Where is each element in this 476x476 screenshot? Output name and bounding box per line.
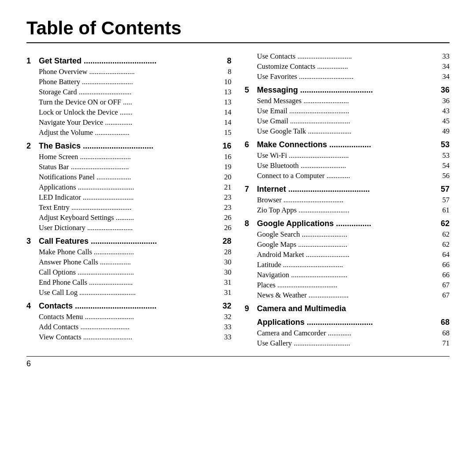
toc-columns: 1 Get Started ..........................… — [26, 52, 450, 349]
toc-item-page: 26 — [218, 223, 231, 232]
section-subtitle: Applications ...........................… — [245, 318, 450, 327]
toc-item-page: 30 — [218, 258, 231, 267]
toc-item: Latitude ...............................… — [245, 260, 450, 269]
toc-item-page: 66 — [436, 271, 450, 279]
section-page: 28 — [223, 237, 231, 246]
toc-item: Use Favorites ..........................… — [245, 72, 450, 81]
section-header: 2 The Basics ...........................… — [26, 141, 231, 151]
toc-item: Adjust Keyboard Settings .......... 26 — [26, 213, 231, 222]
toc-item-page: 68 — [436, 329, 450, 338]
toc-item: Use Gallery ............................… — [245, 339, 450, 348]
toc-item-title: Notifications Panel ................... — [39, 173, 218, 182]
section-header: 8 Google Applications ................ 6… — [245, 219, 450, 228]
toc-item: Phone Battery ..........................… — [26, 78, 231, 86]
toc-item: Google Search ......................... … — [245, 230, 450, 239]
toc-item: Notifications Panel ................... … — [26, 173, 231, 182]
toc-item: Add Contacts ...........................… — [26, 323, 231, 331]
toc-item-page: 71 — [436, 339, 450, 348]
section-title: The Basics .............................… — [39, 141, 223, 151]
section-page: 32 — [223, 301, 231, 311]
toc-item-title: News & Weather ...................... — [257, 291, 436, 300]
toc-item-page: 36 — [436, 97, 450, 105]
toc-item-title: Zio Top Apps ...........................… — [257, 206, 436, 215]
toc-item-page: 31 — [218, 278, 231, 287]
toc-item: Turn the Device ON or OFF ..... 13 — [26, 98, 231, 107]
toc-item-page: 64 — [436, 250, 450, 259]
toc-item-title: Use Favorites ..........................… — [257, 72, 436, 81]
page: Table of Contents 1 Get Started ........… — [0, 0, 476, 476]
toc-item: News & Weather ...................... 67 — [245, 291, 450, 300]
section-header: 4 Contacts .............................… — [26, 301, 231, 311]
toc-item: Answer Phone Calls ................. 30 — [26, 258, 231, 267]
section-title: Google Applications ................ — [257, 219, 441, 228]
toc-item: Contacts Menu ..........................… — [26, 312, 231, 321]
toc-item-page: 33 — [218, 323, 231, 331]
toc-item: Use Google Talk ........................… — [245, 127, 450, 136]
section-page: 36 — [441, 86, 450, 95]
toc-item-page: 49 — [436, 127, 450, 136]
toc-item: Use Contacts ...........................… — [245, 52, 450, 61]
toc-item-page: 10 — [218, 78, 231, 86]
toc-item-page: 62 — [436, 230, 450, 239]
toc-item: Connect to a Computer ............. 56 — [245, 171, 450, 180]
toc-item: Navigation .............................… — [245, 271, 450, 279]
toc-item-title: Google Maps ........................... — [257, 240, 436, 249]
toc-item-title: Use Call Log ...........................… — [39, 288, 218, 297]
toc-item: LED Indicator ..........................… — [26, 193, 231, 202]
toc-item-title: Phone Battery ..........................… — [39, 78, 218, 86]
toc-item-page: 67 — [436, 281, 450, 290]
toc-item: Customize Contacts ................. 34 — [245, 62, 450, 71]
toc-item-title: Navigation .............................… — [257, 271, 436, 279]
toc-item-page: 30 — [218, 268, 231, 277]
section-title: Internet ...............................… — [257, 185, 441, 194]
section-page: 16 — [223, 141, 231, 151]
section-title: Get Started ............................… — [39, 56, 227, 66]
toc-item-title: Use Email ..............................… — [257, 107, 436, 115]
toc-item-page: 8 — [218, 67, 231, 76]
title-divider — [26, 42, 450, 43]
toc-item-title: Lock or Unlock the Device ....... — [39, 108, 218, 117]
toc-item-title: Answer Phone Calls ................. — [39, 258, 218, 267]
toc-item-page: 67 — [436, 291, 450, 300]
toc-item-page: 33 — [436, 52, 450, 61]
toc-item-title: Use Contacts ...........................… — [257, 52, 436, 61]
toc-item: Browser ................................… — [245, 196, 450, 205]
toc-item-page: 21 — [218, 183, 231, 192]
toc-item-page: 16 — [218, 152, 231, 161]
section-subtitle-title: Applications ...........................… — [257, 318, 441, 327]
toc-item: Use Bluetooth ......................... … — [245, 161, 450, 170]
toc-item: Places .................................… — [245, 281, 450, 290]
toc-item: Phone Overview .........................… — [26, 67, 231, 76]
bottom-divider — [26, 356, 450, 357]
left-column: 1 Get Started ..........................… — [26, 52, 245, 349]
toc-item: Home Screen ............................… — [26, 152, 231, 161]
section-number: 6 — [245, 140, 257, 149]
toc-item-page: 62 — [436, 240, 450, 249]
toc-item: Use Email ..............................… — [245, 107, 450, 115]
toc-item-title: Applications ...........................… — [39, 183, 218, 192]
section-title: Make Connections ................... — [257, 140, 441, 149]
toc-item: Google Maps ........................... … — [245, 240, 450, 249]
toc-item: Zio Top Apps ...........................… — [245, 206, 450, 215]
toc-item-page: 26 — [218, 213, 231, 222]
toc-item-title: Use Bluetooth ......................... — [257, 161, 436, 170]
section-page: 62 — [441, 219, 450, 228]
toc-item-title: LED Indicator ..........................… — [39, 193, 218, 202]
section-header: 9 Camera and Multimedia — [245, 304, 450, 313]
toc-item-title: Navigate Your Device ............... — [39, 118, 218, 127]
toc-item-title: Send Messages ......................... — [257, 97, 436, 105]
toc-item: Use Gmail ..............................… — [245, 117, 450, 126]
toc-item-page: 53 — [436, 151, 450, 160]
section-number: 8 — [245, 219, 257, 228]
section-title: Contacts ...............................… — [39, 301, 223, 311]
section-number: 3 — [26, 237, 39, 246]
toc-item-title: Android Market ........................ — [257, 250, 436, 259]
toc-item-page: 57 — [436, 196, 450, 205]
toc-item-title: Contacts Menu ..........................… — [39, 312, 218, 321]
section-header: 6 Make Connections ................... 5… — [245, 140, 450, 149]
toc-item-page: 61 — [436, 206, 450, 215]
section-number: 2 — [26, 141, 39, 151]
page-title: Table of Contents — [26, 18, 450, 39]
toc-item-title: Adjust the Volume ................... — [39, 128, 218, 137]
toc-item: Lock or Unlock the Device ....... 14 — [26, 108, 231, 117]
